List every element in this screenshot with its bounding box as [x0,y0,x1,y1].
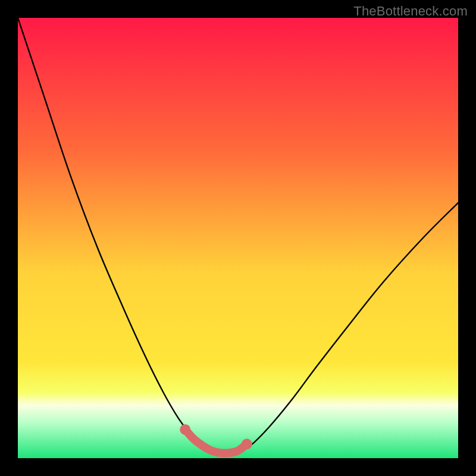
flat-bottom-highlight [185,430,247,453]
chart-frame: TheBottleneck.com [0,0,476,476]
watermark-text: TheBottleneck.com [353,4,468,19]
highlight-endpoint-right [242,439,252,449]
bottleneck-curve [18,18,458,456]
bottleneck-curve-layer [18,18,458,458]
highlight-endpoint-left [180,424,190,435]
plot-area [18,18,458,458]
